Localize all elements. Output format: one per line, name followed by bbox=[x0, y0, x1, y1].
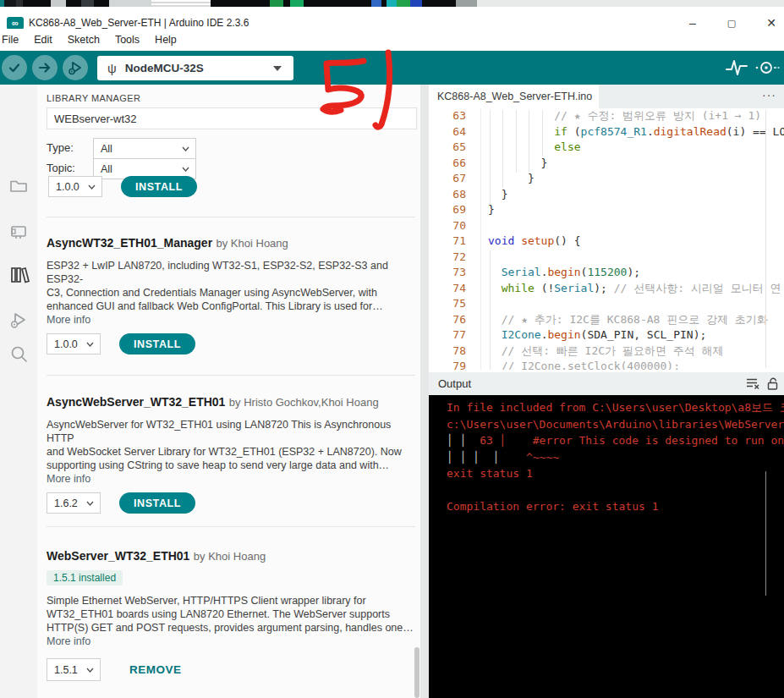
library-card: AsyncWebServer_WT32_ETH01 by Hristo Goch… bbox=[47, 394, 415, 514]
version-value: 1.0.0 bbox=[54, 338, 78, 350]
remove-button[interactable]: REMOVE bbox=[129, 663, 182, 676]
sidebar-item-library-manager[interactable] bbox=[8, 264, 30, 286]
console-line: exit status 1 bbox=[429, 465, 784, 482]
divider bbox=[47, 217, 415, 217]
console-line: Compilation error: exit status 1 bbox=[429, 498, 784, 515]
debug-play-gear-icon bbox=[67, 59, 84, 76]
code-line: 63 // ★ 수정: 범위오류 방지 (i+1 → 1) bbox=[429, 108, 784, 124]
chevron-down-icon bbox=[86, 668, 94, 673]
library-author: by Khoi Hoang bbox=[194, 550, 266, 563]
editor-scrollbar-track bbox=[765, 110, 766, 368]
type-filter-dropdown[interactable]: All bbox=[93, 138, 196, 159]
line-number: 79 bbox=[429, 359, 488, 370]
arrow-right-icon bbox=[37, 60, 52, 75]
library-controls: 1.0.0 INSTALL bbox=[47, 333, 415, 354]
install-button[interactable]: INSTALL bbox=[119, 333, 195, 354]
code-area[interactable]: 63 // ★ 수정: 범위오류 방지 (i+1 → 1)64 if (pcf8… bbox=[429, 108, 784, 370]
line-number: 69 bbox=[429, 202, 488, 218]
library-description: Simple Ethernet WebServer, HTTP/HTTPS Cl… bbox=[47, 594, 415, 648]
line-number: 71 bbox=[429, 234, 488, 250]
board-name: NodeMCU-32S bbox=[125, 62, 204, 74]
type-filter-label: Type: bbox=[47, 141, 74, 154]
tab-filename: KC868-A8_Web_Server-ETH.ino bbox=[437, 91, 592, 102]
more-info-link[interactable]: More info bbox=[47, 635, 415, 648]
upload-button[interactable] bbox=[32, 55, 58, 80]
panel-title: LIBRARY MANAGER bbox=[47, 93, 140, 103]
scrolled-entry-controls: 1.0.0 INSTALL bbox=[48, 176, 197, 197]
more-actions-icon[interactable]: ··· bbox=[762, 88, 776, 102]
panel-splitter[interactable] bbox=[420, 85, 429, 698]
menu-tools[interactable]: Tools bbox=[107, 34, 147, 46]
version-dropdown[interactable]: 1.0.0 bbox=[48, 176, 102, 197]
waveform-icon bbox=[726, 58, 748, 77]
line-number: 77 bbox=[429, 327, 488, 344]
indent-guide bbox=[502, 110, 503, 188]
code-line: 74 while (!Serial); // 선택사항: 시리얼 모니터 연 bbox=[429, 281, 784, 297]
library-description: AsyncWebServer for WT32_ETH01 using LAN8… bbox=[47, 418, 415, 486]
chevron-down-icon bbox=[182, 146, 189, 151]
library-books-icon bbox=[8, 264, 30, 286]
sidebar-item-boards-manager[interactable] bbox=[8, 222, 29, 242]
topic-filter-value: All bbox=[101, 163, 112, 175]
divider bbox=[47, 375, 415, 376]
line-number: 75 bbox=[429, 296, 488, 312]
unlock-autoscroll-icon[interactable] bbox=[767, 377, 779, 390]
installed-badge: 1.5.1 installed bbox=[47, 570, 123, 585]
window-title: KC868-A8_Web_Server-ETH | Arduino IDE 2.… bbox=[29, 17, 249, 29]
chevron-down-icon bbox=[182, 167, 189, 172]
library-author: by Hristo Gochkov,Khoi Hoang bbox=[229, 396, 379, 409]
serial-monitor-button[interactable] bbox=[754, 58, 780, 77]
serial-plotter-button[interactable] bbox=[726, 58, 748, 77]
sidebar-item-debug[interactable] bbox=[8, 310, 29, 330]
more-info-link[interactable]: More info bbox=[47, 472, 415, 486]
code-line: 75 bbox=[429, 296, 784, 312]
more-info-link[interactable]: More info bbox=[47, 313, 415, 327]
sidebar-item-search[interactable] bbox=[8, 344, 30, 365]
version-dropdown[interactable]: 1.5.1 bbox=[47, 658, 101, 681]
menu-bar: FileEditSketchToolsHelp bbox=[0, 29, 784, 51]
library-card: AsyncWT32_ETH01_Manager by Khoi Hoang ES… bbox=[47, 235, 415, 354]
code-line: 67 } bbox=[429, 171, 784, 187]
version-value: 1.6.2 bbox=[54, 497, 78, 509]
install-button[interactable]: INSTALL bbox=[121, 176, 197, 197]
menu-help[interactable]: Help bbox=[147, 34, 184, 46]
line-number: 63 bbox=[429, 108, 488, 124]
board-icon bbox=[8, 222, 29, 242]
line-number: 73 bbox=[429, 265, 488, 281]
version-value: 1.5.1 bbox=[54, 664, 78, 676]
menu-edit[interactable]: Edit bbox=[26, 34, 60, 46]
menu-file[interactable]: File bbox=[0, 34, 26, 46]
console-line: c:\Users\user\Documents\Arduino\librarie… bbox=[429, 416, 784, 433]
verify-button[interactable] bbox=[2, 55, 27, 80]
arduino-logo-icon: ∞ bbox=[7, 17, 24, 30]
library-controls: 1.5.1 REMOVE bbox=[47, 658, 415, 681]
version-dropdown[interactable]: 1.6.2 bbox=[47, 492, 101, 514]
debug-icon bbox=[8, 310, 29, 330]
chevron-down-icon bbox=[86, 342, 94, 347]
code-editor: KC868-A8_Web_Server-ETH.ino ··· 63 // ★ … bbox=[429, 85, 784, 370]
line-number: 68 bbox=[429, 187, 488, 203]
menu-sketch[interactable]: Sketch bbox=[60, 34, 107, 46]
board-selector-dropdown[interactable]: ψ NodeMCU-32S bbox=[97, 56, 293, 80]
chevron-down-icon bbox=[86, 501, 94, 506]
tab-active[interactable]: KC868-A8_Web_Server-ETH.ino bbox=[429, 85, 599, 108]
scrollbar-thumb[interactable] bbox=[414, 647, 419, 698]
sidebar-item-sketchbook[interactable] bbox=[8, 176, 29, 196]
line-number: 72 bbox=[429, 250, 488, 266]
clear-output-icon[interactable] bbox=[746, 377, 760, 390]
install-button[interactable]: INSTALL bbox=[119, 492, 195, 514]
library-search-input[interactable] bbox=[47, 107, 417, 129]
line-number: 76 bbox=[429, 312, 488, 328]
debug-button[interactable] bbox=[63, 55, 88, 80]
serial-monitor-icon bbox=[754, 58, 780, 77]
activity-sidebar bbox=[0, 85, 38, 698]
version-dropdown[interactable]: 1.0.0 bbox=[47, 333, 101, 354]
indent-guide bbox=[542, 110, 543, 157]
console-output[interactable]: In file included from C:\Users\user\Desk… bbox=[429, 395, 784, 698]
library-controls: 1.6.2 INSTALL bbox=[47, 492, 415, 514]
code-line: 73 Serial.begin(115200); bbox=[429, 265, 784, 281]
chevron-down-icon bbox=[273, 66, 282, 71]
library-name: AsyncWT32_ETH01_Manager bbox=[47, 236, 212, 250]
indent-guide bbox=[529, 110, 529, 173]
code-line: 70 bbox=[429, 218, 784, 234]
